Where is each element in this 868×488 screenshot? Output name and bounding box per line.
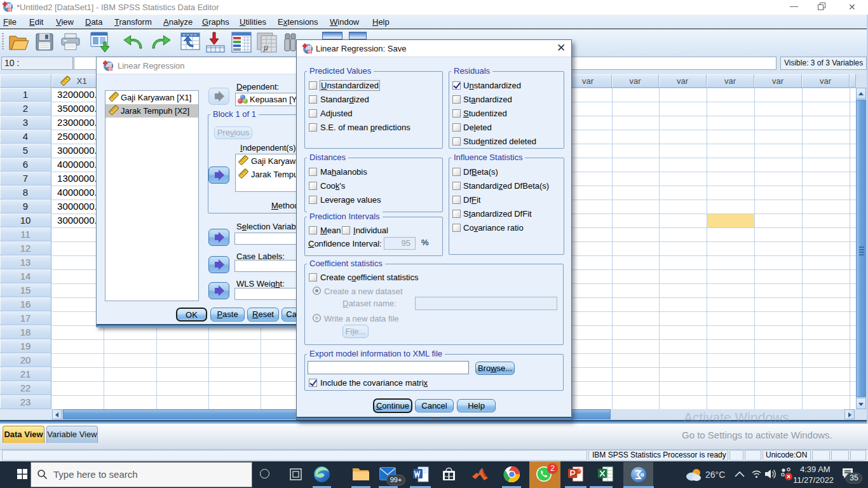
- svg-text:μ: μ: [263, 43, 268, 52]
- svg-text:α: α: [641, 471, 644, 478]
